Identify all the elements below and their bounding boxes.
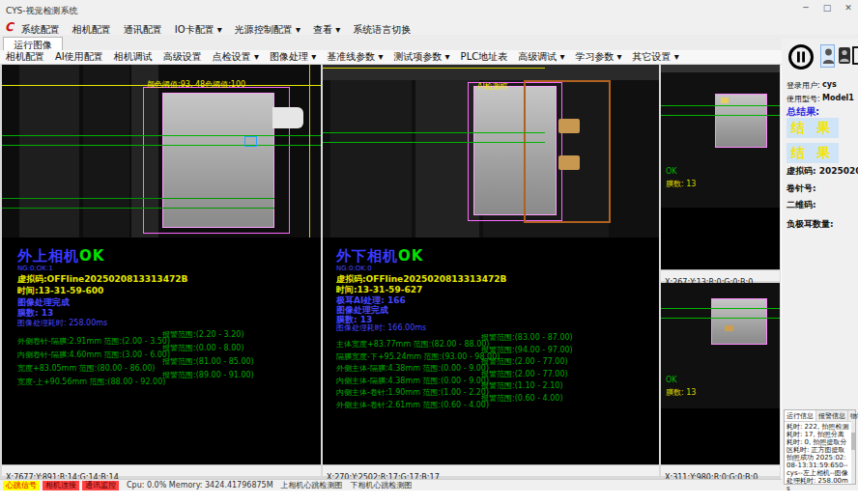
measurement-row: 内侧卷针-隔膜:4.60mm 范围:(3.00 - 6.00)报警范围:(0.0… [17, 343, 327, 356]
menu-item[interactable]: 查看 ▾ [313, 24, 340, 35]
virtual-code-field: 虚拟码: 20250208 [786, 165, 858, 178]
log-tabs: 运行信息 报警信息 物料信息 [785, 410, 855, 422]
camera-title: 外上相机OK [17, 247, 104, 266]
toolbar-item[interactable]: 测试项参数 ▾ [393, 50, 449, 64]
login-user-label: 登录用户: [786, 80, 820, 91]
result-box-upper: 结 果 [786, 118, 839, 138]
cell-body [711, 298, 767, 345]
alarm-range: 报警范围:(0.00 - 8.00) [162, 343, 244, 353]
log-tab-alarm[interactable]: 报警信息 [816, 410, 848, 421]
pause-button[interactable] [787, 43, 815, 70]
alarm-range: 报警范围:(2.20 - 3.20) [162, 329, 244, 340]
toolbar-item[interactable]: AI使用配置 [55, 50, 103, 64]
comm-monitor-badge: 通讯监控 [82, 481, 119, 490]
menu-item[interactable]: IO卡配置 ▾ [175, 24, 222, 35]
login-user-value: cys [822, 80, 837, 89]
measurement-value: 外侧主体-卷针:2.61mm 范围:(0.60 - 4.00) [336, 401, 489, 409]
minimize-icon[interactable]: ─ [800, 3, 812, 13]
measurement-row: 内侧主体-隔膜:4.38mm 范围:(0.00 - 9.00)报警范围:(2.0… [336, 369, 645, 381]
window-controls: ─ □ ✕ [800, 3, 854, 13]
maximize-icon[interactable]: □ [821, 3, 833, 13]
tab-highlight [725, 325, 733, 331]
toolbar-item[interactable]: 高级设置 [163, 50, 202, 64]
user-button[interactable] [820, 44, 835, 68]
menu-item[interactable]: 系统配置 [21, 24, 60, 35]
preview-image-top[interactable]: OK 膜数: 13 [661, 65, 780, 208]
toolbar-item[interactable]: PLC地址表 [461, 50, 508, 64]
lower-camera-heartbeat-link[interactable]: 下相机心跳检测图 [351, 480, 413, 490]
log-scrollbar[interactable] [851, 421, 855, 484]
bottom-spacer [0, 490, 858, 504]
pin-number-label: 卷针号: [786, 182, 816, 195]
menu-bar: C 系统配置相机配置通讯配置IO卡配置 ▾光源控制配置 ▾查看 ▾系统语言切换 [0, 19, 858, 35]
control-sidebar: 登录用户: cys 使用型号: Model1 总结果: 结 果 结 果 虚拟码:… [782, 39, 858, 490]
alarm-range: 报警范围:(0.60 - 4.00) [481, 393, 563, 404]
total-result-label: 总结果: [786, 105, 819, 119]
log-tab-run[interactable]: 运行信息 [785, 410, 816, 421]
tab-count-label: 负极耳数量: [786, 218, 834, 231]
measurement-row: 宽度+83.05mm 范围:(80.00 - 86.00)报警范围:(81.00… [17, 356, 327, 370]
camera-result-ok: OK [398, 247, 423, 265]
toolbar-item[interactable]: 学习参数 ▾ [575, 50, 621, 64]
tab-highlight [721, 98, 729, 103]
camera-panel-upper: 颜色阈值:93, 48色阈值:100 外上相机OK NG:0;OK:1 虚拟码:… [2, 65, 321, 476]
connector-part [272, 107, 303, 128]
toolbar-item[interactable]: 点检设置 ▾ [213, 50, 259, 64]
ai-box-overlay-text: AI检测框 [477, 81, 508, 92]
camera-panel-lower: AI检测框 外下相机OK NG:0;OK:0 虚拟码:OFFline202502… [323, 65, 659, 476]
preview-image-bottom[interactable]: OK 膜数: 13 [661, 283, 780, 408]
overlay-ai-box [524, 80, 611, 223]
tab-highlight-2 [558, 155, 580, 170]
toolbar-item[interactable]: 高级调试 ▾ [518, 50, 564, 64]
preview-panel-top: OK 膜数: 13 X:267;Y:13;R:0;G:0;B:0 [661, 65, 780, 281]
menu-item[interactable]: 光源控制配置 ▾ [235, 24, 300, 35]
camera-title: 外下相机OK [336, 247, 423, 266]
threshold-overlay-text: 颜色阈值:93, 48色阈值:100 [147, 79, 245, 90]
preview-panel-bottom: OK 膜数: 13 X:311;Y:980;R:0;G:0;B:0 [661, 283, 780, 476]
measurement-row: 外侧卷针-隔膜:2.91mm 范围:(2.00 - 3.50)报警范围:(2.2… [17, 329, 327, 343]
result-box-lower: 结 果 [786, 143, 839, 163]
toolbar-item[interactable]: 图像处理 ▾ [270, 50, 316, 64]
toolbar-item[interactable]: 相机调试 [114, 50, 153, 64]
alarm-range: 报警范围:(1.10 - 2.10) [481, 380, 563, 391]
menu-item[interactable]: 通讯配置 [124, 24, 162, 35]
toolbar-item[interactable]: 相机配置 [6, 50, 44, 64]
camera-image-upper[interactable]: 颜色阈值:93, 48色阈值:100 [2, 65, 321, 238]
alarm-range: 报警范围:(89.00 - 91.00) [162, 370, 254, 380]
measurement-row: 外侧主体-卷针:2.61mm 范围:(0.60 - 4.00)报警范围:(0.6… [336, 393, 645, 406]
camera-result-ok: OK [79, 247, 104, 265]
measurement-row: 内侧主体-卷针:1.90mm 范围:(1.00 - 2.20)报警范围:(1.1… [336, 380, 645, 393]
toolbar-item[interactable]: 基准线参数 ▾ [327, 50, 383, 64]
ng-ok-counter: NG:0;OK:0 [336, 265, 372, 272]
alarm-range: 报警范围:(94.00 - 97.00) [481, 345, 573, 355]
preview-film-text: 膜数: 13 [666, 179, 696, 189]
camera-link-badge: 相机连接 [43, 481, 79, 490]
toolbar-items: 相机配置AI使用配置相机调试高级设置点检设置 ▾图像处理 ▾基准线参数 ▾测试项… [6, 50, 690, 64]
preview-status-text: OK [666, 167, 677, 176]
alarm-range: 报警范围:(2.00 - 77.00) [481, 356, 568, 367]
toolbar-item[interactable]: 其它设置 ▾ [633, 50, 679, 64]
status-bar: 心跳信号 相机连接 通讯监控 Cpu: 0.0% Memory: 3424.41… [0, 479, 782, 490]
log-tab-material[interactable]: 物料信息 [848, 410, 858, 421]
preview-status-text: OK [666, 376, 677, 384]
close-icon[interactable]: ✕ [843, 3, 854, 13]
menu-items: 系统配置相机配置通讯配置IO卡配置 ▾光源控制配置 ▾查看 ▾系统语言切换 [21, 18, 423, 37]
log-panel: 运行信息 报警信息 物料信息 耗时: 222, 拍照检测耗时: 17, 拍照分离… [784, 409, 856, 485]
pixel-coord-bar-preview-top: X:267;Y:13;R:0;G:0;B:0 [661, 269, 780, 281]
qr-code-label: 二维码: [786, 199, 816, 211]
upper-camera-heartbeat-link[interactable]: 上相机心跳检测图 [281, 480, 343, 490]
tab-highlight-1 [558, 119, 580, 133]
alarm-range: 报警范围:(81.00 - 85.00) [162, 356, 254, 367]
tab-row: 运行图像 [0, 35, 858, 51]
dark-user-icon[interactable] [839, 47, 850, 64]
camera-image-lower[interactable]: AI检测框 [323, 65, 659, 238]
menu-item[interactable]: 相机配置 [72, 24, 111, 35]
exit-button[interactable] [852, 46, 858, 65]
measurement-list: 外侧卷针-隔膜:2.91mm 范围:(2.00 - 3.50)报警范围:(2.2… [17, 329, 327, 383]
cpu-memory-text: Cpu: 0.0% Memory: 3424.41796875M [127, 481, 273, 490]
measurement-list: 主体宽度+83.77mm 范围:(82.00 - 88.00)报警范围:(83.… [336, 332, 645, 405]
measurement-row: 主体宽度+83.77mm 范围:(82.00 - 88.00)报警范围:(83.… [336, 332, 645, 345]
menu-item[interactable]: 系统语言切换 [353, 24, 411, 35]
pixel-coord-bar-lower: X:270;Y:2502;R:17;G:17;B:17 [323, 464, 659, 476]
measurement-row: 隔膜宽度-下+95.24mm 范围:(93.00 - 98.00)报警范围:(9… [336, 345, 645, 357]
